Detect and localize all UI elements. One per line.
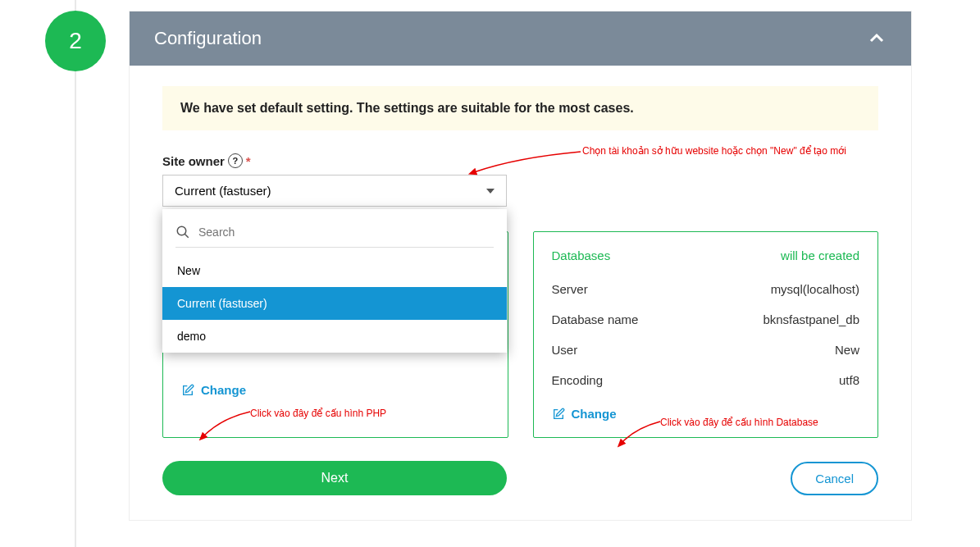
edit-icon [552, 408, 565, 421]
db-server-value: mysql(localhost) [771, 282, 859, 296]
db-title-row: Databases will be created [552, 248, 860, 262]
step-badge: 2 [45, 11, 106, 71]
site-owner-select[interactable]: Current (fastuser) New Current (fastuser… [162, 175, 507, 207]
db-change-label: Change [572, 407, 617, 421]
db-card: Databases will be created Server mysql(l… [533, 231, 879, 438]
annotation-php: Click vào đây để cấu hình PHP [250, 408, 386, 419]
dropdown-option-new[interactable]: New [162, 254, 507, 287]
actions-row: Next Cancel [162, 461, 878, 495]
panel-body: We have set default setting. The setting… [130, 66, 911, 520]
db-user-label: User [552, 343, 578, 357]
dropdown-search-input[interactable] [198, 221, 494, 244]
dropdown-option-current[interactable]: Current (fastuser) [162, 287, 507, 320]
timeline-line [75, 0, 76, 547]
config-panel: Configuration We have set default settin… [129, 11, 912, 521]
panel-header[interactable]: Configuration [130, 11, 911, 66]
annotation-db: Click vào đây để cấu hình Database [660, 417, 818, 428]
db-encoding-row: Encoding utf8 [552, 365, 860, 395]
db-encoding-value: utf8 [839, 373, 859, 387]
db-card-title: Databases [552, 248, 611, 262]
db-server-row: Server mysql(localhost) [552, 274, 860, 304]
cancel-button[interactable]: Cancel [791, 462, 878, 495]
chevron-up-icon [867, 29, 887, 48]
annotation-owner: Chọn tài khoản sở hữu website hoặc chọn … [582, 145, 846, 157]
svg-point-0 [177, 226, 186, 235]
php-change-label: Change [201, 383, 246, 397]
search-icon [175, 225, 190, 239]
caret-down-icon [486, 189, 495, 194]
dropdown-search-row [162, 217, 507, 244]
select-box[interactable]: Current (fastuser) [162, 175, 507, 207]
db-user-value: New [835, 343, 859, 357]
info-banner: We have set default setting. The setting… [162, 86, 878, 130]
db-name-label: Database name [552, 312, 639, 326]
db-name-row: Database name bknsfastpanel_db [552, 304, 860, 335]
db-user-row: User New [552, 335, 860, 365]
required-asterisk: * [246, 154, 251, 168]
php-change-button[interactable]: Change [181, 383, 490, 397]
svg-line-1 [185, 234, 189, 238]
help-icon[interactable]: ? [228, 153, 243, 168]
db-server-label: Server [552, 282, 588, 296]
owner-dropdown: New Current (fastuser) demo [162, 209, 507, 353]
dropdown-option-demo[interactable]: demo [162, 320, 507, 353]
db-encoding-label: Encoding [552, 373, 604, 387]
next-button[interactable]: Next [162, 461, 507, 495]
edit-icon [181, 384, 194, 397]
panel-title: Configuration [154, 28, 262, 49]
db-name-value: bknsfastpanel_db [763, 312, 859, 326]
search-underline [175, 247, 494, 248]
select-value: Current (fastuser) [175, 184, 271, 198]
db-card-status: will be created [781, 248, 859, 262]
